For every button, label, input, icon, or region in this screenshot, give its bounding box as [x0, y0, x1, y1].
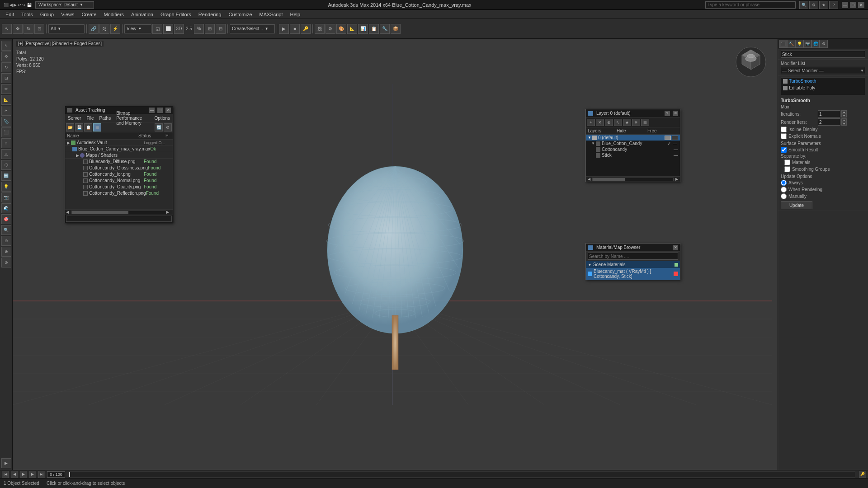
manually-radio[interactable] — [781, 193, 787, 199]
rp-icon-6[interactable]: ⚙ — [820, 40, 828, 48]
layer-default-check[interactable] — [665, 136, 671, 140]
close-btn[interactable]: ✕ — [858, 2, 864, 8]
lt-t16[interactable]: ⊗ — [1, 247, 11, 257]
select-tool[interactable]: ↖ — [2, 24, 12, 34]
menu-views[interactable]: Views — [57, 10, 78, 19]
mat-item-1[interactable]: Bluecandy_mat ( VRayMtl ) [ Cottoncandy,… — [586, 268, 680, 280]
window-controls[interactable]: — □ ✕ — [842, 2, 864, 8]
iterations-down[interactable]: ▼ — [841, 114, 847, 117]
filter-dropdown[interactable]: All▼ — [48, 24, 85, 33]
mat-search-input[interactable] — [588, 253, 678, 260]
tb-btn2[interactable]: ⬜ — [163, 24, 173, 34]
tb-btn5[interactable]: ⊟ — [216, 24, 226, 34]
minimize-btn[interactable]: — — [842, 2, 848, 8]
timeline-frame-input[interactable] — [47, 471, 65, 478]
layer-btn-expand[interactable]: ⊞ — [641, 119, 649, 126]
render-iters-input[interactable] — [818, 118, 840, 126]
menu-rendering[interactable]: Rendering — [195, 10, 225, 19]
layer-item-cotton[interactable]: Cottoncandy — — [586, 146, 680, 152]
unlink-tool[interactable]: ⛓ — [99, 24, 109, 34]
menu-modifiers[interactable]: Modifiers — [100, 10, 127, 19]
render-iters-up[interactable]: ▲ — [841, 118, 847, 122]
layer-btn-freeze[interactable]: ❄ — [632, 119, 640, 126]
always-radio[interactable] — [781, 180, 787, 186]
object-name-input[interactable] — [781, 51, 865, 58]
tb-extra1[interactable]: 📐 — [347, 24, 357, 34]
play-btn[interactable]: ▶ — [279, 24, 289, 34]
lt-t13[interactable]: 🎯 — [1, 214, 11, 224]
title-icon-1[interactable]: 🔍 — [799, 1, 808, 9]
tl-prev[interactable]: ◀ — [11, 471, 18, 478]
scale-tool[interactable]: ⊡ — [34, 24, 44, 34]
at-tool-1[interactable]: 📂 — [66, 123, 74, 131]
lt-t4[interactable]: 📎 — [1, 117, 11, 127]
tb-extra4[interactable]: 🔧 — [380, 24, 390, 34]
at-tool-2[interactable]: 💾 — [75, 123, 83, 131]
rp-icon-2[interactable]: 🔨 — [787, 40, 795, 48]
title-icon-3[interactable]: ★ — [819, 1, 828, 9]
layer-btn-delete[interactable]: ✕ — [596, 119, 604, 126]
mat-section-expand[interactable]: ▼ — [588, 263, 592, 267]
tb-extra3[interactable]: 📋 — [369, 24, 379, 34]
menu-group[interactable]: Group — [37, 10, 58, 19]
lt-t1[interactable]: ✏ — [1, 84, 11, 94]
layer-close-btn[interactable]: ✕ — [673, 111, 678, 116]
lt-rotate[interactable]: ↻ — [1, 62, 11, 72]
layer-scroll-track[interactable] — [592, 178, 674, 181]
layer-btn-new[interactable]: + — [587, 119, 595, 126]
menu-help[interactable]: Help — [287, 10, 304, 19]
select-region-dropdown[interactable]: Create/Select...▼ — [230, 24, 275, 33]
lt-t10[interactable]: 💡 — [1, 182, 11, 192]
lt-select[interactable]: ↖ — [1, 41, 11, 51]
layer-bcc-check[interactable]: ✓ — [667, 141, 671, 146]
at-tool-refresh[interactable]: 🔄 — [155, 123, 163, 131]
menu-tools[interactable]: Tools — [18, 10, 37, 19]
tb-percent[interactable]: % — [194, 24, 204, 34]
material-editor[interactable]: 🎨 — [336, 24, 346, 34]
smoothing-checkbox[interactable] — [784, 166, 790, 172]
tl-key[interactable]: 🔑 — [859, 471, 866, 478]
title-icon-2[interactable]: ⚙ — [809, 1, 818, 9]
at-row-img3[interactable]: Cottoncandy_ior.png Found — [65, 171, 173, 178]
tl-start[interactable]: |◀ — [2, 471, 9, 478]
at-scrollthumb[interactable] — [72, 211, 128, 214]
tb-btn1[interactable]: ◱ — [152, 24, 162, 34]
render-btn[interactable]: 🖼 — [315, 24, 325, 34]
lt-scale[interactable]: ⊡ — [1, 73, 11, 83]
render-setup[interactable]: ⚙ — [326, 24, 335, 34]
layer-btn-select[interactable]: ↖ — [614, 119, 622, 126]
stop-btn[interactable]: ■ — [290, 24, 300, 34]
at-btn-min[interactable]: — — [149, 108, 155, 113]
layer-help-btn[interactable]: ? — [665, 111, 670, 116]
link-tool[interactable]: 🔗 — [89, 24, 99, 34]
lt-play[interactable]: ▶ — [1, 458, 11, 468]
rotate-tool[interactable]: ↻ — [24, 24, 33, 34]
layer-scroll-up[interactable]: ◀ — [586, 177, 592, 181]
rp-icon-1[interactable]: ⬛ — [779, 40, 787, 48]
rp-icon-5[interactable]: 🌐 — [811, 40, 820, 48]
layer-btn-add[interactable]: ⊕ — [605, 119, 613, 126]
at-tool-4[interactable]: ⊞ — [93, 123, 101, 131]
lt-t15[interactable]: ⊕ — [1, 236, 11, 246]
lt-t2[interactable]: 📐 — [1, 95, 11, 105]
view-dropdown[interactable]: View▼ — [124, 24, 151, 33]
tb-btn4[interactable]: ⊞ — [205, 24, 215, 34]
explicit-checkbox[interactable] — [781, 133, 787, 139]
layer-item-default[interactable]: ▼ 0 (default) — [586, 135, 680, 141]
workspace-dropdown[interactable]: Workspace: Default ▼ — [35, 1, 94, 9]
lt-move[interactable]: ✥ — [1, 52, 11, 61]
menu-customize[interactable]: Customize — [225, 10, 256, 19]
lt-t8[interactable]: ⬡ — [1, 160, 11, 170]
nav-cube[interactable] — [735, 46, 767, 78]
tb-btn3[interactable]: 3D — [174, 24, 184, 34]
tb-extra5[interactable]: 📦 — [391, 24, 401, 34]
lt-t14[interactable]: 🔍 — [1, 225, 11, 235]
at-scroll-left[interactable]: ◀ — [66, 210, 71, 214]
lt-t12[interactable]: 🌊 — [1, 203, 11, 213]
menu-edit[interactable]: Edit — [2, 10, 18, 19]
menu-create[interactable]: Create — [78, 10, 100, 19]
at-row-file[interactable]: Blue_Cotton_Candy_max_vray.max Ok — [65, 146, 173, 152]
tl-next[interactable]: ▶ — [29, 471, 36, 478]
layer-default-freeze[interactable] — [672, 136, 678, 140]
bind-tool[interactable]: ⚡ — [110, 24, 120, 34]
